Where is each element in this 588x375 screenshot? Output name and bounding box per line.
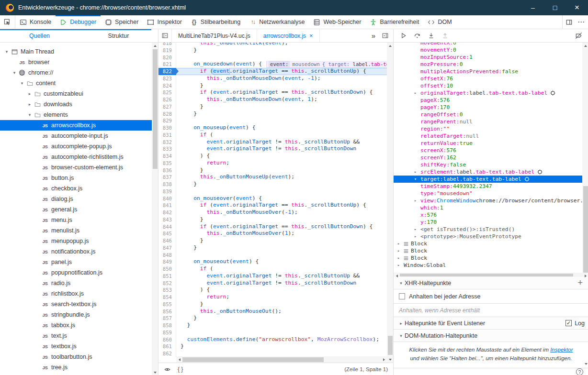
line-number-842[interactable]: 842 bbox=[158, 209, 176, 216]
line-number-826[interactable]: 826 bbox=[158, 96, 176, 103]
twisty-closed-icon[interactable]: ▸ bbox=[414, 197, 420, 204]
twisty-open-icon[interactable]: ▾ bbox=[397, 333, 405, 338]
tab-dom[interactable]: DOM bbox=[423, 15, 456, 29]
tree-item-elements[interactable]: ▾elements bbox=[0, 110, 158, 120]
tab-struktur[interactable]: Struktur bbox=[79, 29, 158, 42]
tree-item-menu.js[interactable]: JSmenu.js bbox=[0, 215, 158, 225]
line-number-847[interactable]: 847 bbox=[158, 244, 176, 252]
tree-item-richlistbox.js[interactable]: JSrichlistbox.js bbox=[0, 288, 158, 299]
twisty-closed-icon[interactable]: ▸ bbox=[397, 254, 404, 262]
dom-mutation-breakpoints-header[interactable]: ▾ DOM-Mutation-Haltepunkte bbox=[394, 330, 588, 342]
scope-row-target[interactable]: ▾target: label.tab-text.tab-label bbox=[394, 176, 588, 183]
tab-inspektor[interactable]: Inspektor bbox=[143, 15, 186, 29]
tree-item-autocomplete-input.js[interactable]: JSautocomplete-input.js bbox=[0, 131, 158, 141]
tree-item-panel.js[interactable]: JSpanel.js bbox=[0, 257, 158, 267]
twisty-open-icon[interactable]: ▾ bbox=[414, 176, 420, 183]
line-number-829[interactable]: 829 bbox=[158, 117, 176, 124]
minimize-button[interactable]: – bbox=[522, 0, 544, 15]
scroll-left-icon[interactable] bbox=[176, 356, 182, 363]
tree-item-dialog.js[interactable]: JSdialog.js bbox=[0, 194, 158, 204]
pick-element-button[interactable] bbox=[0, 15, 15, 29]
line-number-823[interactable]: 823 bbox=[158, 75, 176, 82]
line-number-849[interactable]: 849 bbox=[158, 258, 176, 265]
tree-item-textbox.js[interactable]: JStextbox.js bbox=[0, 341, 158, 352]
line-number-848[interactable]: 848 bbox=[158, 252, 176, 259]
scroll-down-icon[interactable] bbox=[585, 363, 588, 365]
line-number-840[interactable]: 840 bbox=[158, 195, 176, 202]
help-icon[interactable]: ? bbox=[576, 368, 583, 375]
xhr-breakpoints-header[interactable]: ▾ XHR-Haltepunkte + bbox=[394, 277, 588, 289]
tree-item-browser[interactable]: JSbrowser bbox=[0, 57, 158, 67]
scrollbar-thumb[interactable] bbox=[153, 49, 158, 169]
tab-netzwerkanalyse[interactable]: ↑↓Netzwerkanalyse bbox=[245, 15, 309, 29]
scopes-hscrollbar[interactable] bbox=[394, 273, 588, 277]
line-number-850[interactable]: 850 bbox=[158, 265, 176, 273]
add-xhr-breakpoint-icon[interactable]: + bbox=[577, 278, 585, 288]
scrollbar-thumb[interactable] bbox=[182, 357, 324, 362]
tab-barrierefreiheit[interactable]: Barrierefreiheit bbox=[365, 15, 423, 29]
meatball-menu-button[interactable]: ⋯ bbox=[577, 18, 585, 26]
twisty-closed-icon[interactable]: ▸ bbox=[414, 168, 420, 176]
scope-row-Block[interactable]: ▸Block bbox=[394, 247, 588, 254]
line-number-851[interactable]: 851 bbox=[158, 273, 176, 280]
line-number-820[interactable]: 820 bbox=[158, 54, 176, 61]
log-checkbox[interactable]: ✓ bbox=[565, 320, 572, 326]
scope-row-view[interactable]: ▸view: ChromeWindow chrome://browser/con… bbox=[394, 197, 588, 204]
step-out-button[interactable] bbox=[438, 29, 452, 42]
scrollbar-thumb[interactable] bbox=[400, 274, 573, 276]
expand-panel-icon[interactable] bbox=[379, 33, 392, 39]
scope-row-Window[interactable]: ▸Window: Global bbox=[394, 262, 588, 269]
scope-row-getisTrusted[interactable]: ▸<get isTrusted()>: isTrusted() bbox=[394, 226, 588, 233]
scopes-vscrollbar[interactable] bbox=[582, 43, 588, 273]
scroll-down-icon[interactable] bbox=[152, 369, 158, 375]
tree-item-autocomplete-popup.js[interactable]: JSautocomplete-popup.js bbox=[0, 141, 158, 152]
scroll-up-icon[interactable] bbox=[152, 43, 158, 49]
pretty-print-button[interactable]: { } bbox=[178, 366, 183, 373]
tree-item-customizableui[interactable]: ▸customizableui bbox=[0, 88, 158, 99]
line-number-859[interactable]: 859 bbox=[158, 329, 176, 336]
twisty-closed-icon[interactable]: ▸ bbox=[414, 226, 420, 233]
twisty-open-icon[interactable]: ▾ bbox=[4, 49, 10, 54]
twisty-closed-icon[interactable]: ▸ bbox=[27, 91, 33, 96]
tree-item-autocomplete-richlistitem.js[interactable]: JSautocomplete-richlistitem.js bbox=[0, 152, 158, 162]
line-number-831[interactable]: 831 bbox=[158, 132, 176, 139]
inline-preview[interactable]: event:mousedown{ target: label.tab-text.… bbox=[267, 61, 393, 67]
scroll-right-icon[interactable] bbox=[582, 273, 588, 279]
tree-item-chrome[interactable]: ▾chrome:// bbox=[0, 67, 158, 78]
line-number-832[interactable]: 832 bbox=[158, 139, 176, 146]
editor-vscrollbar[interactable] bbox=[387, 43, 393, 363]
tab-stilbearbeitung[interactable]: {}Stilbearbeitung bbox=[186, 15, 245, 29]
line-number-844[interactable]: 844 bbox=[158, 223, 176, 231]
tree-item-menupopup.js[interactable]: JSmenupopup.js bbox=[0, 236, 158, 246]
scope-row-Block[interactable]: ▸Block bbox=[394, 254, 588, 262]
scope-row-prototype[interactable]: ▸<prototype>: MouseEventPrototype bbox=[394, 233, 588, 240]
scroll-right-icon[interactable] bbox=[381, 356, 387, 363]
tree-item-arrowscrollbox.js[interactable]: JSarrowscrollbox.js bbox=[0, 120, 158, 131]
step-in-button[interactable] bbox=[424, 29, 438, 42]
node-target-icon[interactable] bbox=[550, 90, 555, 96]
tree-item-tree.js[interactable]: JStree.js bbox=[0, 362, 158, 373]
line-number-862[interactable]: 862 bbox=[158, 350, 176, 357]
tree-item-downloads[interactable]: ▸downloads bbox=[0, 99, 158, 110]
tab-konsole[interactable]: Konsole bbox=[15, 15, 56, 29]
close-button[interactable]: × bbox=[566, 0, 588, 15]
line-number-828[interactable]: 828 bbox=[158, 110, 176, 118]
xhr-url-input[interactable]: Anhalten, wenn Adresse enthält bbox=[394, 304, 588, 317]
line-number-835[interactable]: 835 bbox=[158, 160, 176, 167]
scrollbar-thumb[interactable] bbox=[583, 186, 588, 273]
line-number-854[interactable]: 854 bbox=[158, 294, 176, 301]
scroll-left-icon[interactable] bbox=[394, 273, 400, 279]
tab-debugger[interactable]: Debugger bbox=[56, 15, 101, 29]
inspector-link[interactable]: Inspektor bbox=[550, 347, 573, 353]
tree-item-toolbarbutton.js[interactable]: JStoolbarbutton.js bbox=[0, 352, 158, 362]
scroll-up-icon[interactable] bbox=[582, 43, 588, 49]
blackbox-eye-icon[interactable] bbox=[164, 366, 171, 373]
source-tab-MultiLineTab71Plus-V4.uc.js[interactable]: MultiLineTab71Plus-V4.uc.js bbox=[171, 29, 257, 42]
twisty-open-icon[interactable]: ▾ bbox=[27, 112, 33, 117]
disable-breakpoints-button[interactable] bbox=[572, 29, 586, 42]
line-number-841[interactable]: 841 bbox=[158, 202, 176, 209]
scope-row-srcElement[interactable]: ▸srcElement: label.tab-text.tab-label bbox=[394, 168, 588, 176]
line-number-827[interactable]: 827 bbox=[158, 103, 176, 110]
line-number-855[interactable]: 855 bbox=[158, 301, 176, 308]
line-number-858[interactable]: 858 bbox=[158, 322, 176, 329]
